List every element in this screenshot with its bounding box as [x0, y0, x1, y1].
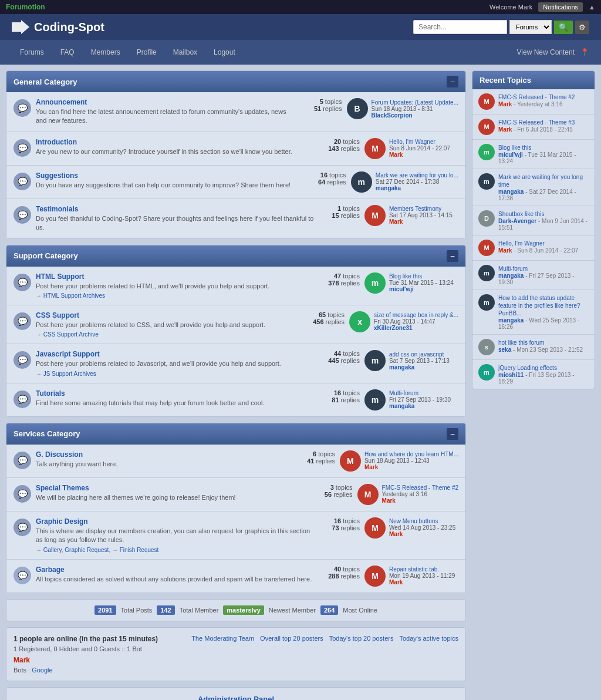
last-post-user[interactable]: mangaka [389, 403, 451, 409]
last-post-user[interactable]: micul'wji [389, 286, 454, 292]
last-post-title[interactable]: add css on javascript [389, 351, 450, 358]
rt-title-5[interactable]: Shoutbox like this [498, 210, 589, 218]
last-post-user[interactable]: BlackScorpion [372, 112, 458, 119]
sub-js-archives[interactable]: JS Support Archives [43, 371, 96, 377]
nav-mailbox[interactable]: Mailbox [165, 40, 205, 65]
link-moderating-team[interactable]: The Moderating Team [191, 635, 254, 642]
last-post-user[interactable]: xKillerZone31 [374, 325, 458, 331]
forum-title-testimonials[interactable]: Testimonials [36, 205, 78, 213]
forum-desc-special-themes: We will be placing here all themes we're… [36, 493, 307, 502]
last-post-title[interactable]: Members Testimony [389, 206, 453, 212]
forum-title-introduction[interactable]: Introduction [36, 138, 77, 146]
link-todays-top[interactable]: Today's top 20 posters [329, 635, 394, 642]
last-post-title[interactable]: size of message box in reply &... [374, 312, 458, 318]
category-toggle-services[interactable]: – [447, 428, 458, 440]
last-post-user[interactable]: Mark [389, 579, 455, 585]
sub-css-archive[interactable]: CSS Support Archive [43, 331, 99, 338]
rt-title-6[interactable]: Hello, I'm Wagner [498, 240, 578, 247]
sub-gallery[interactable]: Gallery [43, 547, 62, 553]
forum-title-graphic-design[interactable]: Graphic Design [36, 517, 88, 526]
view-new-content[interactable]: View New Content [517, 48, 575, 56]
forum-info-html: HTML Support Post here your problems rel… [36, 272, 314, 299]
forum-title-g-discussion[interactable]: G. Discussion [36, 450, 83, 459]
rt-user-6[interactable]: Mark [498, 247, 512, 254]
last-post-user[interactable]: Mark [382, 497, 458, 504]
last-post-title[interactable]: FMC-S Released - Theme #2 [382, 484, 458, 491]
last-post-title[interactable]: Multi-forum [389, 390, 451, 396]
forum-title-css[interactable]: CSS Support [36, 311, 79, 319]
settings-button[interactable]: ⚙ [575, 21, 589, 34]
online-bots: Bots : Google [13, 667, 458, 674]
rt-user-4[interactable]: mangaka [498, 189, 524, 195]
rt-title-2[interactable]: FMC-S Released - Theme #3 [498, 119, 575, 126]
last-post-tutorials: m Multi-forum Fri 27 Sep 2013 - 19:30 ma… [364, 389, 458, 410]
sub-graphic-request[interactable]: Graphic Request [65, 547, 109, 553]
forum-title-html[interactable]: HTML Support [36, 272, 84, 281]
rt-user-9[interactable]: seka [498, 346, 511, 353]
last-post-title[interactable]: Mark we are waiting for you lo... [376, 172, 458, 179]
forum-row-css: 💬 CSS Support Post here your problems re… [6, 305, 465, 344]
nav-logout[interactable]: Logout [205, 40, 244, 65]
rt-user-3[interactable]: micul'wji [498, 152, 523, 158]
last-post-title[interactable]: Hello, I'm Wagner [389, 139, 450, 145]
recent-topic-1: M FMC-S Released - Theme #2 Mark - Yeste… [472, 89, 595, 115]
online-user[interactable]: Mark [13, 656, 458, 664]
last-post-user[interactable]: Mark [389, 531, 455, 537]
rt-title-3[interactable]: Blog like this [498, 144, 589, 152]
rt-title-10[interactable]: jQuery Loading effects [498, 364, 589, 372]
last-post-title[interactable]: New Menu buttons [389, 518, 455, 524]
search-button[interactable]: 🔍 [554, 21, 573, 34]
notifications-button[interactable]: Notifications [538, 2, 583, 12]
forum-title-js[interactable]: Javascript Support [36, 350, 100, 358]
forum-title-tutorials[interactable]: Tutorials [36, 389, 65, 398]
sub-finish-request[interactable]: Finish Request [120, 547, 159, 553]
rt-user-10[interactable]: mioshi11 [498, 372, 524, 378]
last-post-user[interactable]: Mark [364, 464, 458, 470]
forum-title-suggestions[interactable]: Suggestions [36, 171, 78, 180]
admin-panel-link[interactable]: Administration Panel [198, 695, 274, 700]
forum-title-special-themes[interactable]: Special Themes [36, 484, 89, 492]
most-online-label: Most Online [343, 607, 377, 614]
forum-title-garbage[interactable]: Garbage [36, 566, 65, 574]
sub-html-archives[interactable]: HTML Support Archives [43, 292, 105, 299]
rt-title-9[interactable]: hot like this forum [498, 339, 583, 346]
last-post-date: Yesterday at 3:16 [382, 491, 458, 497]
nav-profile[interactable]: Profile [129, 40, 165, 65]
rt-user-1[interactable]: Mark [498, 101, 512, 107]
nav-forums[interactable]: Forums [12, 40, 52, 65]
rt-title-7[interactable]: Multi-forum [498, 265, 589, 272]
newest-member-badge[interactable]: mastersIvy [223, 605, 264, 615]
rt-user-5[interactable]: Dark-Avenger [498, 218, 536, 224]
rt-title-4[interactable]: Mark we are waiting for you long time [498, 173, 589, 189]
last-post-suggestions: m Mark we are waiting for you lo... Sat … [351, 171, 458, 193]
last-post-graphic-design: M New Menu buttons Wed 14 Aug 2013 - 23:… [364, 517, 458, 539]
forum-info-graphic-design: Graphic Design This is where we display … [36, 517, 314, 553]
last-post-user[interactable]: mangaka [389, 364, 450, 371]
last-post-title[interactable]: Blog like this [389, 273, 454, 280]
category-toggle-general[interactable]: – [447, 76, 458, 88]
last-post-user[interactable]: Mark [389, 218, 453, 225]
rt-title-1[interactable]: FMC-S Released - Theme #2 [498, 93, 575, 101]
category-toggle-support[interactable]: – [447, 250, 458, 262]
last-post-title[interactable]: Repair statistic tab. [389, 566, 455, 573]
bot-google[interactable]: Google [32, 667, 52, 674]
rt-user-8[interactable]: mangaka [498, 317, 524, 324]
recent-topic-6: M Hello, I'm Wagner Mark - Sun 8 Jun 201… [472, 235, 595, 261]
forum-icon-tutorials: 💬 [13, 391, 31, 408]
online-header: 1 people are online (in the past 15 minu… [13, 635, 158, 652]
nav-faq[interactable]: FAQ [52, 40, 83, 65]
nav-members[interactable]: Members [83, 40, 129, 65]
last-post-user[interactable]: Mark [389, 152, 450, 158]
search-type-select[interactable]: Forums [509, 20, 552, 34]
last-post-title[interactable]: Forum Updates: (Latest Update... [372, 99, 458, 106]
search-input[interactable] [413, 20, 507, 34]
link-top-posters[interactable]: Overall top 20 posters [260, 635, 323, 642]
rt-title-8[interactable]: How to add the status update feature in … [498, 294, 589, 317]
rt-user-7[interactable]: mangaka [498, 272, 524, 279]
last-post-title[interactable]: How and where do you learn HTM... [364, 451, 458, 457]
link-todays-active[interactable]: Today's active topics [399, 635, 458, 642]
last-post-user[interactable]: mangaka [376, 185, 458, 191]
forum-title-announcement[interactable]: Announcement [36, 98, 87, 106]
rt-avatar-1: M [478, 93, 495, 110]
rt-user-2[interactable]: Mark [498, 126, 512, 133]
